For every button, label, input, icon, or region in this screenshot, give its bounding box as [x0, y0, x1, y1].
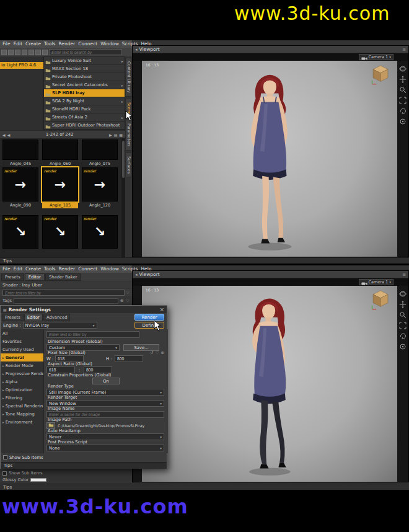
rs-category-alpha[interactable]: ▸Alpha	[1, 378, 43, 386]
menu-item-window[interactable]: Window	[99, 265, 120, 273]
thumbnail-angle-045[interactable]	[2, 140, 38, 160]
add-tag-icon[interactable]: ⊕	[120, 298, 124, 303]
thumbnail[interactable]: render↘	[42, 215, 78, 249]
orbit-icon[interactable]	[399, 288, 407, 296]
menu-item-file[interactable]: File	[1, 40, 12, 48]
zoom-icon[interactable]	[399, 84, 407, 92]
rotate-icon[interactable]	[399, 330, 407, 338]
rs-category-general[interactable]: ▸General	[1, 353, 43, 361]
settings-gear-icon[interactable]: ⊕	[161, 350, 164, 355]
pan-icon[interactable]	[399, 299, 407, 306]
toolbar-icon[interactable]	[1, 50, 7, 55]
constrain-on-button[interactable]: On	[92, 378, 120, 384]
thumbnail[interactable]: render↘	[82, 215, 118, 249]
pane-menu-icon[interactable]: ≡	[402, 272, 406, 277]
library-item-stonem-hdri-pack[interactable]: StoneM HDRI Pack	[44, 105, 125, 113]
list-view-icon[interactable]: ▤	[114, 133, 118, 137]
library-item-streets-of-asia-2[interactable]: Streets Of Asia 2▸	[44, 113, 125, 122]
rs-category-progressive-render[interactable]: ▸Progressive Render	[1, 370, 43, 378]
show-sub-items-checkbox[interactable]	[2, 471, 7, 476]
rs-tab-editor[interactable]: Editor	[24, 314, 43, 321]
grid-view-icon[interactable]: ▦	[119, 133, 123, 137]
side-tab-content-library[interactable]: Content Library	[125, 58, 132, 97]
toolbar-icon[interactable]	[22, 50, 27, 55]
toolbar-icon[interactable]	[15, 50, 20, 55]
frame-icon[interactable]	[399, 95, 407, 102]
pane-menu-icon[interactable]: ≡	[402, 47, 406, 52]
engine-dropdown[interactable]: NVIDIA Iray ▾	[23, 322, 97, 329]
reset-icon[interactable]: ↺	[150, 350, 153, 355]
aim-icon[interactable]	[399, 116, 407, 123]
aim-icon[interactable]	[399, 341, 407, 348]
rs-category-environment[interactable]: ▸Environment	[1, 418, 43, 426]
pane-tab-editor[interactable]: Editor	[25, 273, 45, 281]
view-cube-gizmo[interactable]	[370, 64, 391, 90]
menu-item-connect[interactable]: Connect	[77, 265, 99, 273]
camera-selector[interactable]: Camera 1 ▾	[359, 54, 394, 60]
pane-tab-presets[interactable]: Presets	[1, 273, 24, 281]
show-sub-items-checkbox[interactable]	[3, 455, 7, 459]
tips-bar[interactable]: Tips	[0, 484, 409, 490]
library-item-secret-ancient-catacombs[interactable]: Secret Ancient Catacombs▸	[44, 81, 125, 89]
view-cube-gizmo[interactable]	[370, 289, 391, 315]
camera-selector[interactable]: Camera 1 ▾	[359, 279, 394, 285]
rs-category-filtering[interactable]: ▸Filtering	[1, 394, 43, 402]
filter-input[interactable]	[2, 290, 125, 296]
menu-item-tools[interactable]: Tools	[43, 265, 56, 273]
side-tab-surfaces[interactable]: Surfaces	[125, 153, 132, 177]
height-input[interactable]	[115, 355, 143, 362]
rs-tips-bar[interactable]: Tips	[1, 462, 167, 469]
toolbar-icon[interactable]	[8, 50, 14, 55]
toolbar-icon[interactable]	[42, 50, 48, 55]
library-item-maxx-section-18[interactable]: MAXX Section 18	[44, 65, 125, 73]
tags-field[interactable]	[14, 298, 118, 304]
menu-item-render[interactable]: Render	[58, 40, 77, 48]
thumbnail-angle-090[interactable]: render→	[2, 167, 38, 202]
tips-bar[interactable]: Tips	[0, 257, 409, 264]
favorite-icon[interactable]: ♡	[126, 290, 130, 295]
scrollbar-thumb[interactable]	[122, 141, 125, 178]
prev-page-icon[interactable]: ◀	[7, 133, 11, 137]
menu-item-connect[interactable]: Connect	[77, 40, 99, 48]
rs-category-tone-mapping[interactable]: ▸Tone Mapping	[1, 410, 43, 418]
rs-titlebar[interactable]: ▤ Render Settings ×	[1, 306, 167, 313]
side-tab-parameters[interactable]: Parameters	[125, 120, 132, 150]
menu-item-edit[interactable]: Edit	[12, 265, 24, 273]
rotate-icon[interactable]	[399, 105, 407, 113]
rs-filter-input[interactable]	[46, 331, 139, 338]
thumbnail-angle-060[interactable]	[42, 140, 78, 160]
favorite-icon[interactable]: ♡	[156, 350, 159, 355]
first-page-icon[interactable]: ◀	[2, 133, 6, 137]
rs-tab-presets[interactable]: Presets	[2, 314, 24, 321]
menu-item-create[interactable]: Create	[24, 265, 42, 273]
rs-category-all[interactable]: All	[1, 329, 43, 337]
library-item-private-photoshoot[interactable]: Private Photoshoot	[44, 73, 125, 81]
menu-item-tools[interactable]: Tools	[43, 40, 56, 48]
thumbnail-angle-105[interactable]: render→	[42, 167, 78, 202]
favorite-icon[interactable]: ♡	[126, 298, 130, 303]
orbit-icon[interactable]	[399, 63, 407, 71]
tree-item-studio-light[interactable]: io Light PRO 4.6	[0, 62, 43, 69]
pan-icon[interactable]	[399, 74, 407, 81]
frame-icon[interactable]	[399, 320, 407, 327]
viewport-scene[interactable]: 16 : 13	[142, 61, 397, 257]
pane-tab-shader-baker[interactable]: Shader Baker	[45, 273, 81, 281]
post-process-dropdown[interactable]: None ▾	[46, 445, 164, 451]
zoom-icon[interactable]	[399, 309, 407, 317]
thumbnail-angle-075[interactable]	[82, 140, 118, 160]
rs-category-currently-used[interactable]: Currently Used	[1, 345, 43, 353]
viewport-scene[interactable]: 16 : 13	[142, 286, 397, 482]
thumbnail[interactable]: render↘	[2, 215, 38, 249]
thumbnail-angle-120[interactable]: render→	[82, 167, 118, 202]
menu-item-window[interactable]: Window	[99, 40, 120, 48]
toolbar-icon[interactable]	[29, 50, 34, 55]
rs-category-optimization[interactable]: ▸Optimization	[1, 386, 43, 394]
toolbar-icon[interactable]	[35, 50, 41, 55]
menu-item-create[interactable]: Create	[24, 40, 42, 48]
rs-category-favorites[interactable]: Favorites	[1, 337, 43, 345]
search-input[interactable]	[49, 49, 122, 55]
close-icon[interactable]: ×	[159, 306, 164, 313]
next-page-icon[interactable]: ▶	[109, 133, 112, 137]
library-item-sga-2-by-night[interactable]: SGA 2 By Night▸	[44, 97, 125, 105]
library-item-super-hdri-outdoor-photoshoot[interactable]: Super HDRI Outdoor Photoshoot	[44, 122, 125, 130]
